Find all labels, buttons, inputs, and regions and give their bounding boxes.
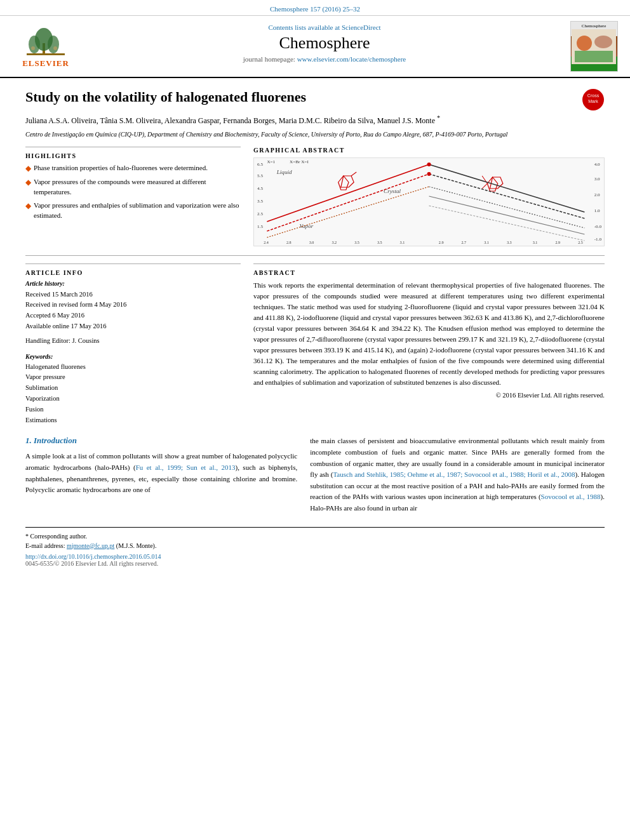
svg-text:3.2: 3.2 [332,241,337,244]
elsevier-tree-svg [20,24,71,57]
abstract-text: This work reports the experimental deter… [253,280,605,388]
svg-text:2.7: 2.7 [461,241,466,244]
svg-text:2.9: 2.9 [555,241,560,244]
keyword-6: Estimations [25,415,241,426]
cite-3: Sovocool et al., 1988 [541,493,601,500]
svg-text:3.3: 3.3 [507,241,512,244]
accepted-date: Accepted 6 May 2016 [25,310,241,321]
svg-text:2.9: 2.9 [439,241,444,244]
highlights-graphical-section: HIGHLIGHTS ◆ Phase transition properties… [25,147,605,246]
svg-point-5 [31,46,35,50]
intro-heading: 1. Introduction [25,436,297,446]
available-date: Available online 17 May 2016 [25,321,241,332]
svg-text:2.5: 2.5 [257,211,263,217]
svg-text:3.0: 3.0 [594,177,600,182]
handling-editor: Handling Editor: J. Cousins [25,336,241,347]
svg-point-3 [48,36,59,53]
svg-text:Cross: Cross [587,93,600,98]
email-link[interactable]: mjmonte@fc.up.pt [67,542,114,549]
svg-text:X=Br X=I: X=Br X=I [290,159,309,164]
elsevier-logo-area: ELSEVIER [8,21,84,72]
intro-text-right: the main classes of persistent and bioac… [310,436,605,514]
thumb-image [572,29,616,64]
graphical-abstract-section: GRAPHICAL ABSTRACT 6.5 5.5 4.5 3.5 2.5 1… [253,147,605,246]
sciencedirect-text: Contents lists available at ScienceDirec… [268,23,380,31]
journal-header-center: Contents lists available at ScienceDirec… [84,21,565,72]
svg-text:Liquid: Liquid [276,169,292,175]
article-info-section: ARTICLE INFO Article history: Received 1… [25,263,241,426]
svg-point-8 [577,36,592,51]
svg-text:-0.0: -0.0 [594,224,602,229]
svg-text:2.4: 2.4 [264,241,269,244]
citation-text: Chemosphere 157 (2016) 25–32 [270,5,360,13]
bullet-3: ◆ [25,201,31,211]
article-history-label: Article history: [25,280,241,287]
svg-text:3.1: 3.1 [484,241,489,244]
sciencedirect-link: Contents lists available at ScienceDirec… [84,23,565,31]
svg-point-2 [29,36,40,53]
bullet-1: ◆ [25,163,31,174]
graph-svg: 6.5 5.5 4.5 3.5 2.5 1.5 4.0 3.0 2.0 1.0 … [254,158,604,246]
homepage-line: journal homepage: www.elsevier.com/locat… [84,55,565,63]
svg-text:3.1: 3.1 [533,241,538,244]
keyword-1: Halogenated fluorenes [25,362,241,373]
svg-text:Mark: Mark [588,99,598,103]
graphical-abstract-image: 6.5 5.5 4.5 3.5 2.5 1.5 4.0 3.0 2.0 1.0 … [253,157,605,246]
elsevier-text: ELSEVIER [22,58,69,69]
abstract-section: ABSTRACT This work reports the experimen… [253,263,605,426]
svg-text:6.5: 6.5 [257,162,263,167]
svg-text:2.5: 2.5 [578,241,583,244]
svg-text:4.0: 4.0 [594,162,600,167]
svg-text:Vapor: Vapor [299,223,313,229]
article-info-label: ARTICLE INFO [25,269,241,276]
article-info-abstract-section: ARTICLE INFO Article history: Received 1… [25,263,605,426]
journal-header: ELSEVIER Contents lists available at Sci… [0,16,630,78]
svg-text:3.5: 3.5 [377,241,382,244]
highlight-item-3: ◆ Vapor pressures and enthalpies of subl… [25,201,241,220]
elsevier-logo: ELSEVIER [17,24,74,69]
svg-text:3.1: 3.1 [400,241,405,244]
journal-name: Chemosphere [84,34,565,53]
article-title: Study on the volatility of halogenated f… [25,88,605,107]
doi-link[interactable]: http://dx.doi.org/10.1016/j.chemosphere.… [25,553,605,560]
section-divider [25,255,605,256]
abstract-label: ABSTRACT [253,269,605,276]
svg-text:1.0: 1.0 [594,208,600,213]
received-date: Received 15 March 2016 [25,290,241,300]
keywords-label: Keywords: [25,353,241,360]
svg-rect-9 [575,51,613,62]
introduction-section: 1. Introduction A simple look at a list … [25,436,605,514]
svg-rect-4 [27,53,65,55]
affiliation: Centro de Investigação em Química (CIQ-U… [25,130,605,139]
svg-point-6 [53,46,57,50]
keyword-2: Vapor pressure [25,372,241,383]
keywords-section: Keywords: Halogenated fluorenes Vapor pr… [25,353,241,426]
keyword-3: Sublimation [25,383,241,394]
homepage-url[interactable]: www.elsevier.com/locate/chemosphere [297,55,406,63]
svg-point-10 [594,36,612,48]
issn-line: 0045-6535/© 2016 Elsevier Ltd. All right… [25,560,605,567]
highlights-section: HIGHLIGHTS ◆ Phase transition properties… [25,147,241,246]
svg-text:X=1: X=1 [267,159,275,164]
svg-text:4.5: 4.5 [257,186,263,191]
corresponding-note: * Corresponding author. [25,531,605,541]
svg-text:3.5: 3.5 [354,241,359,244]
introduction-right: the main classes of persistent and bioac… [310,436,605,514]
cite-1: Fu et al., 1999; Sun et al., 2013 [136,463,236,471]
svg-text:3.5: 3.5 [257,199,263,204]
bullet-2: ◆ [25,177,31,188]
journal-thumbnail: Chemosphere [570,21,618,72]
svg-point-46 [427,172,431,176]
thumb-title: Chemosphere [572,23,616,29]
highlight-item-1: ◆ Phase transition properties of halo-fl… [25,163,241,174]
copyright: © 2016 Elsevier Ltd. All rights reserved… [253,392,605,399]
svg-text:2.8: 2.8 [286,241,292,244]
authors-line: Juliana A.S.A. Oliveira, Tânia S.M. Oliv… [25,113,605,126]
high-temp-text: high [486,493,499,500]
keyword-5: Fusion [25,404,241,415]
graphical-abstract-label: GRAPHICAL ABSTRACT [253,147,605,154]
revised-date: Received in revised form 4 May 2016 [25,300,241,310]
journal-citation: Chemosphere 157 (2016) 25–32 [0,0,630,16]
svg-text:5.5: 5.5 [257,173,263,178]
svg-text:2.0: 2.0 [594,192,600,197]
